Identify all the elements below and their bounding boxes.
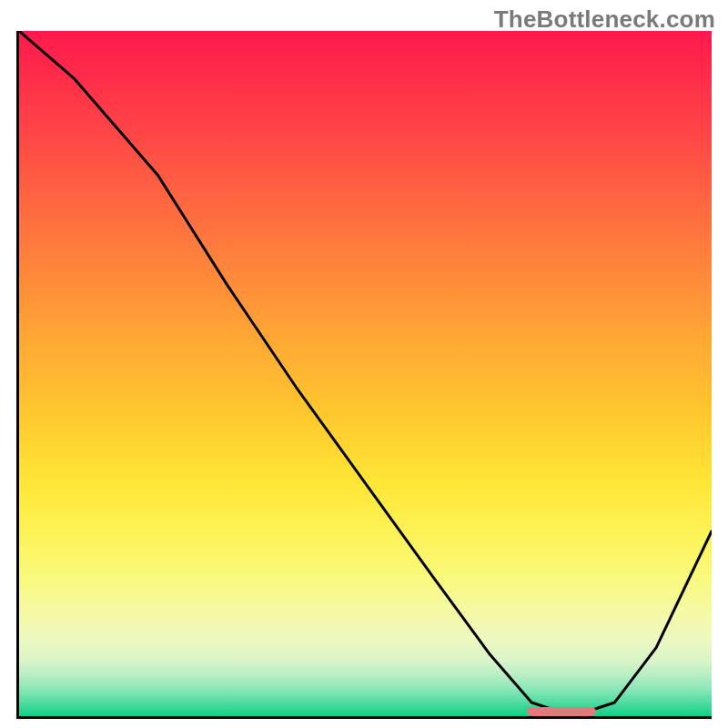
watermark-text: TheBottleneck.com bbox=[494, 5, 715, 34]
minimum-marker bbox=[527, 707, 596, 716]
chart-curve bbox=[19, 31, 712, 716]
curve-path bbox=[19, 31, 712, 716]
chart-plot-area bbox=[16, 31, 712, 719]
